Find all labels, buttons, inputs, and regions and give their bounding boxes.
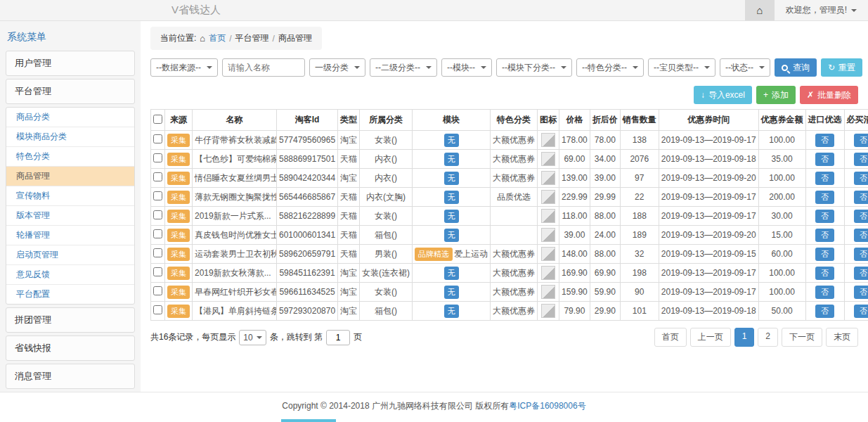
coupon-time: 2019-09-13—2019-09-18 [659, 302, 758, 321]
filter-select-5[interactable]: --特色分类-- [576, 58, 644, 77]
col-header-图标: 图标 [538, 110, 559, 131]
import-excel-button[interactable]: ↓ 导入excel [694, 86, 752, 104]
submenu-item-版本管理[interactable]: 版本管理 [6, 206, 134, 226]
name-search-input[interactable] [222, 58, 305, 77]
discount-price: 29.99 [590, 188, 620, 207]
sidebar-item-拼团管理[interactable]: 拼团管理 [6, 307, 135, 333]
jump-page-input[interactable] [326, 330, 350, 345]
page-button-上一页[interactable]: 上一页 [690, 328, 731, 347]
import-toggle-button[interactable]: 否 [815, 267, 834, 280]
source-badge: 采集 [167, 134, 190, 147]
import-toggle-button[interactable]: 否 [815, 229, 834, 242]
import-toggle-button[interactable]: 否 [815, 248, 834, 261]
row-checkbox[interactable] [153, 229, 162, 238]
breadcrumb-home-link[interactable]: 首页 [209, 32, 226, 44]
must-buy-toggle-button[interactable]: 否 [854, 248, 868, 261]
search-button[interactable]: 查询 [775, 58, 817, 77]
must-buy-toggle-button[interactable]: 否 [854, 191, 868, 204]
filter-select-7[interactable]: --状态-- [720, 58, 770, 77]
submenu-item-平台配置[interactable]: 平台配置 [6, 285, 134, 304]
filter-select-1[interactable]: 一级分类 [309, 58, 365, 77]
row-checkbox[interactable] [153, 134, 162, 143]
filter-select-6[interactable]: --宝贝类型-- [648, 58, 715, 77]
per-page-select[interactable]: 10 [239, 330, 266, 345]
add-button[interactable]: + 添加 [756, 86, 796, 104]
submenu-item-商品管理[interactable]: 商品管理 [6, 167, 134, 186]
page-button-首页[interactable]: 首页 [654, 328, 687, 347]
must-buy-toggle-button[interactable]: 否 [854, 210, 868, 223]
reset-button[interactable]: ↻ 重置 [821, 58, 862, 77]
product-image [541, 209, 555, 223]
product-name: 薄款无钢圈文胸聚拢性... [193, 188, 277, 207]
submenu-item-商品分类[interactable]: 商品分类 [6, 108, 134, 127]
row-checkbox[interactable] [153, 191, 162, 200]
must-buy-toggle-button[interactable]: 否 [854, 134, 868, 147]
col-select [151, 110, 165, 131]
must-buy-toggle-button[interactable]: 否 [854, 153, 868, 166]
platform-submenu: 商品分类模块商品分类特色分类商品管理宣传物料版本管理轮播管理启动页管理意见反馈平… [6, 107, 135, 305]
sidebar-item-用户管理[interactable]: 用户管理 [6, 51, 135, 76]
product-image [541, 171, 555, 185]
product-name: 2019新款女秋薄款... [193, 264, 277, 283]
sidebar-item-消息管理[interactable]: 消息管理 [6, 364, 135, 389]
import-toggle-button[interactable]: 否 [815, 172, 834, 185]
module-extra-label: 爱上运动 [454, 249, 488, 259]
filter-data-source[interactable]: --数据来源-- [150, 58, 218, 77]
must-buy-toggle-button[interactable]: 否 [854, 286, 868, 299]
col-header-来源: 来源 [165, 110, 193, 131]
user-menu[interactable]: 欢迎您，管理员! [775, 4, 868, 16]
home-button[interactable]: ⌂ [745, 0, 775, 20]
import-toggle-button[interactable]: 否 [815, 153, 834, 166]
select-all-checkbox[interactable] [153, 115, 162, 124]
page-button-1[interactable]: 1 [734, 328, 755, 347]
submenu-item-特色分类[interactable]: 特色分类 [6, 147, 134, 167]
col-header-销售数量: 销售数量 [620, 110, 659, 131]
import-toggle-button[interactable]: 否 [815, 134, 834, 147]
submenu-item-模块商品分类[interactable]: 模块商品分类 [6, 127, 134, 147]
import-toggle-button[interactable]: 否 [815, 305, 834, 318]
row-checkbox[interactable] [153, 210, 162, 219]
sidebar-item-省钱快报[interactable]: 省钱快报 [6, 335, 135, 361]
platform-type: 淘宝 [338, 283, 360, 302]
col-header-名称: 名称 [193, 110, 277, 131]
import-toggle-button[interactable]: 否 [815, 191, 834, 204]
page-button-2[interactable]: 2 [758, 328, 778, 347]
page-button-末页[interactable]: 末页 [826, 328, 858, 347]
plus-icon: + [763, 90, 768, 100]
sales-count: 90 [620, 283, 659, 302]
row-checkbox[interactable] [153, 286, 162, 295]
page-button-下一页[interactable]: 下一页 [782, 328, 822, 347]
bulk-delete-button[interactable]: ✗ 批量删除 [800, 86, 858, 104]
submenu-item-宣传物料[interactable]: 宣传物料 [6, 186, 134, 206]
source-badge: 采集 [167, 191, 190, 204]
submenu-item-意见反馈[interactable]: 意见反馈 [6, 265, 134, 285]
must-buy-toggle-button[interactable]: 否 [854, 172, 868, 185]
filter-select-2[interactable]: --二级分类-- [370, 58, 437, 77]
source-badge: 采集 [167, 305, 190, 318]
table-row: 采集【港风】单肩斜挎链条...597293020870淘宝箱包()无大额优惠券7… [151, 302, 868, 321]
import-toggle-button[interactable]: 否 [815, 210, 834, 223]
must-buy-toggle-button[interactable]: 否 [854, 305, 868, 318]
table-row: 采集2019新款女秋薄款...598451162391淘宝女装(连衣裙)无大额优… [151, 264, 868, 283]
row-checkbox[interactable] [153, 305, 162, 314]
filter-select-3[interactable]: --模块-- [441, 58, 492, 77]
submenu-item-轮播管理[interactable]: 轮播管理 [6, 226, 134, 245]
product-name: 情侣睡衣女夏丝绸男士... [193, 169, 277, 188]
category: 内衣() [360, 169, 413, 188]
chevron-down-icon [633, 66, 638, 69]
row-checkbox[interactable] [153, 153, 162, 162]
chevron-down-icon [704, 66, 710, 69]
row-checkbox[interactable] [153, 248, 162, 257]
filter-select-4[interactable]: --模块下分类-- [496, 58, 572, 77]
row-checkbox[interactable] [153, 172, 162, 181]
must-buy-toggle-button[interactable]: 否 [854, 229, 868, 242]
must-buy-toggle-button[interactable]: 否 [854, 267, 868, 280]
sales-count: 189 [620, 226, 659, 245]
submenu-item-启动页管理[interactable]: 启动页管理 [6, 245, 134, 265]
icp-link[interactable]: 粤ICP备16098006号 [509, 401, 585, 411]
sidebar-item-平台管理[interactable]: 平台管理 [6, 79, 135, 104]
col-header-优惠券时间: 优惠券时间 [659, 110, 758, 131]
import-toggle-button[interactable]: 否 [815, 286, 834, 299]
row-checkbox[interactable] [153, 267, 162, 276]
table-row: 采集早春网红针织开衫女春...596611634525淘宝女装()无大额优惠券1… [151, 283, 868, 302]
